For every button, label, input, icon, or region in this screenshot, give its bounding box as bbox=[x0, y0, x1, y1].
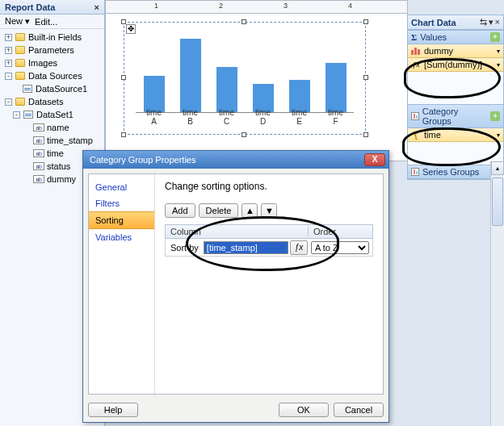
field-icon: ab bbox=[33, 173, 44, 185]
resize-handle[interactable] bbox=[363, 19, 368, 24]
chevron-down-icon[interactable]: ▾ bbox=[497, 48, 500, 55]
expand-toggle[interactable]: + bbox=[5, 47, 12, 54]
expand-toggle[interactable]: - bbox=[5, 98, 12, 106]
edit-menu[interactable]: Edit... bbox=[35, 17, 57, 27]
category-group-properties-dialog: Category Group Properties X GeneralFilte… bbox=[82, 150, 389, 423]
chart-bar bbox=[180, 39, 201, 112]
dialog-nav-item[interactable]: Variables bbox=[89, 229, 154, 245]
x-tick-label: time C bbox=[216, 108, 237, 126]
column-header: Column bbox=[166, 227, 308, 236]
tree-node-label: name bbox=[47, 123, 69, 132]
tree-node[interactable]: +Parameters bbox=[2, 44, 104, 56]
panel-spacer bbox=[408, 72, 503, 104]
tree-node-label: Data Sources bbox=[28, 71, 82, 81]
vertical-scrollbar[interactable]: ▴ bbox=[490, 161, 504, 426]
tree-node[interactable]: +Images bbox=[2, 56, 104, 69]
resize-handle[interactable] bbox=[242, 132, 246, 137]
help-button[interactable]: Help bbox=[88, 403, 138, 417]
sigma-icon: Σ bbox=[411, 32, 417, 42]
expand-toggle[interactable]: + bbox=[5, 60, 12, 67]
sort-expression-input[interactable] bbox=[204, 241, 288, 254]
order-header: Order bbox=[308, 227, 372, 236]
report-data-title: Report Data bbox=[5, 2, 55, 12]
chart-item[interactable]: ✥ time Atime Btime Ctime Dtime Etime F bbox=[124, 22, 366, 135]
chart-data-title: Chart Data bbox=[411, 18, 456, 27]
group-icon: { bbox=[411, 130, 421, 140]
chart-data-title-bar: Chart Data ⇆ ▾ × bbox=[408, 15, 503, 30]
tree-node-label: DataSet1 bbox=[36, 110, 74, 119]
move-up-button[interactable]: ▲ bbox=[242, 203, 258, 218]
series-icon bbox=[411, 168, 419, 176]
folder-icon bbox=[15, 96, 26, 107]
field-icon: ab bbox=[33, 135, 44, 146]
pin-icon[interactable]: ⇆ bbox=[480, 17, 487, 27]
sort-by-label: Sort by bbox=[166, 243, 204, 253]
add-value-button[interactable]: + bbox=[490, 32, 500, 42]
series-groups-label: Series Groups bbox=[422, 167, 479, 177]
dialog-main: Change sorting options. Add Delete ▲ ▼ C… bbox=[155, 174, 383, 394]
move-handle-icon[interactable]: ✥ bbox=[126, 24, 136, 34]
fx-button[interactable]: ƒx bbox=[290, 240, 308, 255]
value-item[interactable]: dummy ▾ bbox=[408, 44, 503, 58]
close-dialog-button[interactable]: X bbox=[364, 153, 385, 166]
add-category-button[interactable]: + bbox=[490, 111, 500, 121]
chart-plot-area bbox=[136, 31, 354, 113]
series-groups-header: Series Groups + bbox=[408, 165, 503, 179]
resize-handle[interactable] bbox=[121, 19, 126, 24]
chart-x-axis: time Atime Btime Ctime Dtime Etime F bbox=[136, 108, 354, 126]
sort-row: Sort by ƒx A to Z bbox=[165, 239, 373, 257]
category-groups-label: Category Groups bbox=[422, 106, 488, 126]
x-tick-label: time F bbox=[326, 108, 346, 126]
close-icon[interactable]: × bbox=[495, 17, 500, 27]
close-icon[interactable]: × bbox=[94, 2, 99, 12]
cancel-button[interactable]: Cancel bbox=[334, 403, 384, 417]
dialog-nav-item[interactable]: Filters bbox=[89, 195, 154, 211]
chart-bar bbox=[216, 67, 237, 112]
tree-node[interactable]: abname bbox=[2, 121, 104, 134]
field-icon: ab bbox=[33, 161, 44, 172]
tree-node[interactable]: -Data Sources bbox=[2, 69, 104, 82]
panel-spacer bbox=[408, 142, 503, 165]
tree-node[interactable]: -Datasets bbox=[2, 95, 104, 108]
category-icon bbox=[411, 112, 419, 120]
dialog-body: GeneralFiltersSortingVariables Change so… bbox=[88, 173, 384, 395]
value-item[interactable]: ƒx [Sum(dummy)] ▾ bbox=[408, 58, 503, 72]
add-button[interactable]: Add bbox=[165, 203, 195, 218]
tree-node-label: Parameters bbox=[28, 45, 74, 55]
design-surface[interactable]: 1234 ✥ time Atime Btime Ctime Dtime Etim… bbox=[105, 0, 408, 161]
expand-toggle[interactable]: - bbox=[5, 73, 12, 80]
expand-toggle[interactable]: + bbox=[5, 34, 12, 41]
tree-node[interactable]: abtime_stamp bbox=[2, 134, 104, 147]
scroll-up-button[interactable]: ▴ bbox=[491, 161, 504, 175]
delete-button[interactable]: Delete bbox=[199, 203, 239, 218]
order-select[interactable]: A to Z bbox=[311, 241, 369, 254]
datasource-icon bbox=[22, 83, 33, 94]
dialog-footer: Help OK Cancel bbox=[88, 403, 384, 417]
chart-bar bbox=[144, 76, 165, 112]
move-down-button[interactable]: ▼ bbox=[261, 203, 277, 218]
chevron-down-icon[interactable]: ▾ bbox=[497, 61, 500, 69]
tree-node[interactable]: +Built-in Fields bbox=[2, 31, 104, 44]
resize-handle[interactable] bbox=[121, 75, 126, 80]
dialog-nav-item[interactable]: General bbox=[89, 179, 154, 195]
folder-icon bbox=[15, 57, 26, 69]
datasource-icon bbox=[23, 109, 34, 120]
resize-handle[interactable] bbox=[363, 75, 368, 80]
dropdown-icon[interactable]: ▾ bbox=[489, 17, 494, 27]
dialog-title-bar[interactable]: Category Group Properties X bbox=[83, 151, 388, 169]
scroll-thumb[interactable] bbox=[492, 178, 503, 226]
ok-button[interactable]: OK bbox=[279, 403, 329, 417]
resize-handle[interactable] bbox=[121, 132, 126, 137]
report-body[interactable]: ✥ time Atime Btime Ctime Dtime Etime F bbox=[116, 17, 401, 154]
chevron-down-icon[interactable]: ▾ bbox=[497, 132, 500, 139]
resize-handle[interactable] bbox=[242, 19, 246, 24]
expand-toggle[interactable]: - bbox=[13, 111, 20, 119]
tree-node[interactable]: DataSource1 bbox=[2, 82, 104, 95]
resize-handle[interactable] bbox=[363, 132, 368, 137]
new-menu[interactable]: New ▾ bbox=[5, 16, 30, 27]
folder-icon bbox=[15, 44, 26, 56]
dialog-nav-item[interactable]: Sorting bbox=[89, 211, 154, 229]
category-item[interactable]: { time ▾ bbox=[408, 128, 503, 142]
tree-node[interactable]: -DataSet1 bbox=[2, 108, 104, 121]
report-data-title-bar: Report Data × bbox=[0, 0, 104, 15]
